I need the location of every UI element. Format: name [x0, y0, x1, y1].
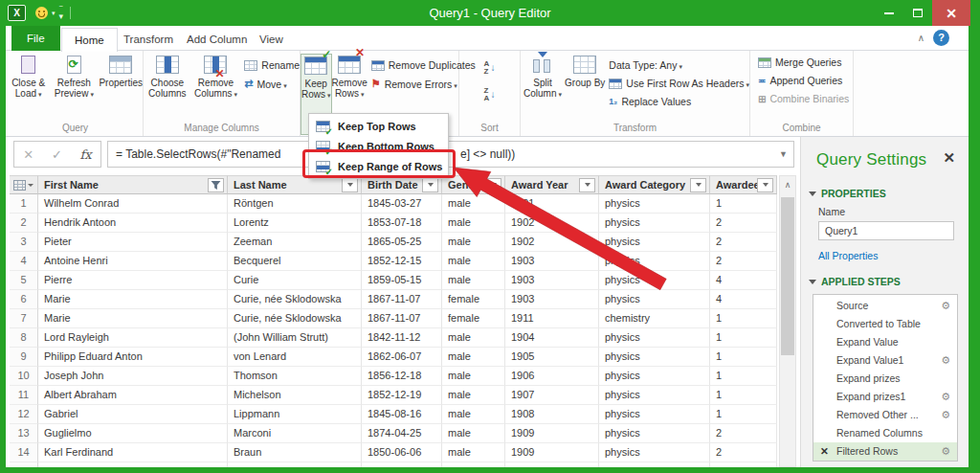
cell-award-category[interactable]: physics — [599, 328, 710, 348]
cell-gender[interactable]: male — [442, 405, 505, 424]
split-column-button[interactable]: Split Column — [521, 54, 565, 100]
cell-awardees[interactable]: 1 — [710, 386, 777, 405]
cell-gender[interactable]: female — [442, 309, 505, 328]
help-icon[interactable]: ? — [933, 30, 949, 46]
sort-ascending-button[interactable]: AZ↓ — [480, 58, 500, 77]
cell-award-category[interactable]: physics — [599, 424, 710, 443]
cell-award-category[interactable]: physics — [599, 252, 710, 271]
properties-section-header[interactable]: PROPERTIES — [809, 188, 886, 199]
cell-award-category[interactable]: physics — [599, 405, 710, 424]
cell-gender[interactable]: male — [442, 214, 505, 233]
menu-item[interactable]: ✓ Keep Bottom Rows — [309, 136, 448, 156]
refresh-preview-button[interactable]: ⟳ Refresh Preview — [49, 54, 99, 100]
cell-award-category[interactable]: chemistry — [599, 309, 710, 328]
cell-gender[interactable]: male — [442, 328, 505, 348]
cell-award-year[interactable]: 1905 — [505, 348, 599, 367]
cell-award-year[interactable]: 1901 — [505, 194, 599, 214]
close-and-load-button[interactable]: Close & Load — [8, 54, 49, 100]
row-number[interactable]: 4 — [10, 252, 38, 271]
cell-birth-date[interactable]: 1845-03-27 — [362, 194, 442, 214]
cell-award-year[interactable]: 1902 — [505, 233, 599, 252]
cell-gender[interactable]: male — [442, 252, 505, 271]
applied-step-item[interactable]: ✕ Expand prizes1 ⚙ — [813, 388, 957, 406]
cell-birth-date[interactable]: 1852-12-15 — [362, 252, 442, 271]
cell-award-year[interactable]: 1909 — [505, 443, 599, 462]
maximize-button[interactable] — [903, 0, 932, 26]
cell-awardees[interactable]: 1 — [710, 194, 777, 214]
group-by-button[interactable]: Group By — [565, 54, 605, 88]
row-number[interactable]: 11 — [10, 386, 38, 405]
cell-award-year[interactable]: 1907 — [505, 386, 599, 405]
cell-award-category[interactable]: physics — [599, 194, 710, 214]
cell-birth-date[interactable]: 1867-11-07 — [362, 309, 442, 328]
cell-gender[interactable]: male — [442, 462, 505, 467]
close-button[interactable]: ✕ — [932, 0, 970, 26]
row-number[interactable]: 7 — [10, 309, 38, 328]
cell-awardees[interactable]: 2 — [710, 252, 777, 271]
cell-birth-date[interactable]: 1852-12-19 — [362, 386, 442, 405]
cell-award-category[interactable]: physics — [599, 443, 710, 462]
cell-award-category[interactable]: physics — [599, 214, 710, 233]
cell-awardees[interactable]: 1 — [710, 367, 777, 386]
tab-view[interactable]: View — [247, 28, 296, 51]
row-number[interactable]: 2 — [10, 214, 38, 233]
cell-first-name[interactable]: Joseph John — [38, 367, 228, 386]
cell-last-name[interactable]: van der Waals — [228, 462, 362, 467]
menu-item[interactable]: ✓ Keep Top Rows — [309, 116, 448, 136]
cell-award-year[interactable]: 1902 — [505, 214, 599, 233]
sort-descending-button[interactable]: ZA↓ — [480, 85, 500, 103]
cell-first-name[interactable]: Wilhelm Conrad — [38, 194, 228, 214]
cell-birth-date[interactable]: 1850-06-06 — [362, 443, 442, 462]
cell-birth-date[interactable]: 1845-08-16 — [362, 405, 442, 424]
append-queries-button[interactable]: ≖ Append Queries — [758, 75, 853, 86]
applied-step-item[interactable]: ✕ Expand prizes ⚙ — [813, 370, 957, 388]
step-settings-gear-icon[interactable]: ⚙ — [941, 297, 950, 315]
row-number[interactable]: 14 — [10, 443, 38, 462]
column-filter-button[interactable] — [690, 178, 706, 192]
row-number[interactable]: 5 — [10, 271, 38, 290]
column-header[interactable]: First Name — [38, 175, 228, 194]
cell-award-year[interactable]: 1911 — [505, 309, 599, 328]
cell-first-name[interactable]: Karl Ferdinand — [38, 443, 228, 462]
scrollbar-thumb[interactable] — [781, 197, 794, 355]
query-name-input[interactable]: Query1 — [818, 221, 954, 240]
remove-columns-button[interactable]: ✕ Remove Columns — [191, 54, 241, 100]
cell-gender[interactable]: male — [442, 194, 505, 214]
cell-awardees[interactable]: 4 — [710, 271, 777, 290]
cell-gender[interactable]: male — [442, 271, 505, 290]
cell-birth-date[interactable]: 1862-06-07 — [362, 348, 442, 367]
applied-step-item[interactable]: ✕ Source ⚙ — [813, 297, 957, 315]
remove-rows-button[interactable]: ✕ Remove Rows — [332, 54, 368, 100]
row-number[interactable]: 3 — [10, 233, 38, 252]
applied-step-item[interactable]: ✕ Expand Value1 ⚙ — [813, 351, 957, 370]
cell-gender[interactable]: male — [442, 233, 505, 252]
cell-birth-date[interactable]: 1865-05-25 — [362, 233, 442, 252]
row-number[interactable]: 15 — [10, 462, 38, 467]
panel-close-icon[interactable]: ✕ — [943, 150, 955, 165]
vertical-scrollbar[interactable]: ∧ — [779, 175, 796, 467]
cell-award-category[interactable]: physics — [599, 462, 710, 467]
cell-last-name[interactable]: Curie — [228, 271, 362, 290]
cell-awardees[interactable]: 2 — [710, 214, 777, 233]
smiley-icon[interactable] — [35, 7, 48, 19]
row-number[interactable]: 1 — [10, 194, 38, 214]
tab-file[interactable]: File — [11, 26, 60, 51]
applied-step-item[interactable]: ✕ Converted to Table ⚙ — [813, 315, 957, 333]
cell-award-category[interactable]: physics — [599, 386, 710, 405]
cell-award-year[interactable]: 1906 — [505, 367, 599, 386]
cell-birth-date[interactable]: 1867-11-07 — [362, 290, 442, 309]
cell-first-name[interactable]: Antoine Henri — [38, 252, 228, 271]
step-settings-gear-icon[interactable]: ⚙ — [941, 442, 950, 461]
cell-awardees[interactable]: 1 — [710, 405, 777, 424]
cell-award-year[interactable]: 1903 — [505, 271, 599, 290]
step-settings-gear-icon[interactable]: ⚙ — [941, 351, 950, 370]
column-header[interactable]: Gender — [442, 175, 505, 194]
scroll-up-icon[interactable]: ∧ — [780, 176, 795, 192]
cell-award-category[interactable]: physics — [599, 290, 710, 309]
delete-step-icon[interactable]: ✕ — [820, 442, 829, 461]
minimize-button[interactable] — [875, 0, 903, 26]
row-number[interactable]: 10 — [10, 367, 38, 386]
cell-first-name[interactable]: Philipp Eduard Anton — [38, 348, 228, 367]
cell-first-name[interactable]: Hendrik Antoon — [38, 214, 228, 233]
cell-award-year[interactable]: 1910 — [505, 462, 599, 467]
